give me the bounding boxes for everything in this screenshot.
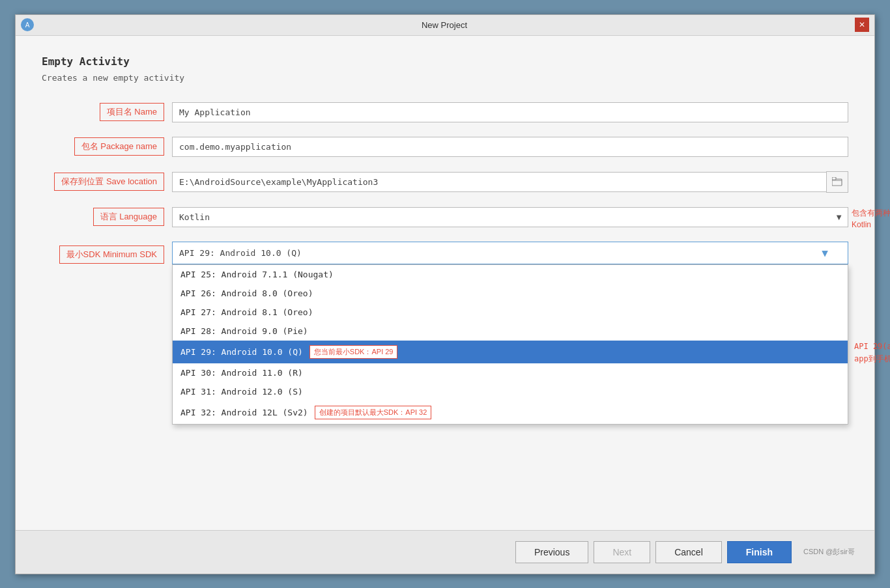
sdk-api32-tooltip: 创建的项目默认最大SDK：API 32: [315, 406, 432, 419]
sdk-selected-text: API 29: Android 10.0 (Q): [179, 248, 302, 258]
folder-icon: [832, 177, 842, 186]
sdk-api29-tooltip: 您当前最小SDK：API 29: [309, 345, 398, 359]
finish-button[interactable]: Finish: [727, 541, 792, 563]
package-input[interactable]: [172, 137, 848, 157]
sdk-bottom-note-text: API 29(android 10.0)~API 32(android 13.0…: [854, 342, 890, 363]
save-label-wrap: 保存到位置 Save location: [42, 173, 172, 191]
bottom-bar: Previous Next Cancel Finish CSDN @彭sir哥: [16, 530, 874, 574]
content-area: Empty Activity Creates a new empty activ…: [16, 36, 874, 530]
package-label-wrap: 包名 Package name: [42, 137, 172, 156]
language-label: 语言 Language: [93, 208, 164, 226]
sdk-label-wrap: 最小SDK Minimum SDK: [42, 245, 172, 264]
language-select[interactable]: Kotlin Java: [172, 207, 848, 227]
sdk-dropdown-arrow: ▼: [822, 247, 828, 259]
save-input-wrap: [172, 171, 848, 193]
name-label: 项目名 Name: [100, 103, 164, 121]
save-label: 保存到位置 Save location: [54, 173, 164, 191]
close-button[interactable]: ✕: [855, 18, 869, 32]
window-title: New Project: [34, 20, 855, 30]
cancel-button[interactable]: Cancel: [655, 541, 722, 563]
name-row: 项目名 Name: [42, 102, 848, 122]
sdk-dropdown-list: API 25: Android 7.1.1 (Nougat) API 26: A…: [172, 264, 848, 425]
name-label-wrap: 项目名 Name: [42, 103, 172, 121]
sdk-option-api25[interactable]: API 25: Android 7.1.1 (Nougat): [173, 265, 848, 284]
sdk-api32-tooltip-text: 创建的项目默认最大SDK：API 32: [319, 408, 427, 416]
titlebar: A New Project ✕: [16, 15, 874, 36]
name-input[interactable]: [172, 102, 848, 122]
save-input-group: [172, 171, 848, 193]
sdk-option-api32-text: API 32: Android 12L (Sv2): [180, 408, 308, 417]
sdk-option-api30[interactable]: API 30: Android 11.0 (R): [173, 363, 848, 382]
language-annotation: 包含有两种语言，Java与Kotlin: [852, 207, 890, 231]
package-input-wrap: [172, 137, 848, 157]
sdk-row: 最小SDK Minimum SDK API 29: Android 10.0 (…: [42, 242, 848, 264]
app-logo: A: [21, 18, 34, 31]
save-row: 保存到位置 Save location: [42, 171, 848, 193]
sdk-api29-tooltip-text: 您当前最小SDK：API 29: [314, 348, 394, 356]
sdk-bottom-annotation: API 29(android 10.0)~API 32(android 13.0…: [854, 341, 890, 365]
package-row: 包名 Package name: [42, 137, 848, 157]
section-title: Empty Activity: [42, 55, 848, 68]
language-row: 语言 Language Kotlin Java ▼ 包含有两种语言，Java与K…: [42, 207, 848, 227]
name-input-wrap: [172, 102, 848, 122]
sdk-option-api32[interactable]: API 32: Android 12L (Sv2) 创建的项目默认最大SDK：A…: [173, 401, 848, 424]
package-label: 包名 Package name: [74, 137, 164, 156]
save-input[interactable]: [172, 172, 827, 192]
section-subtitle: Creates a new empty activity: [42, 73, 848, 83]
language-note-text: 包含有两种语言，Java与Kotlin: [852, 208, 890, 229]
sdk-option-api29[interactable]: API 29: Android 10.0 (Q) 您当前最小SDK：API 29…: [173, 341, 848, 363]
sdk-option-api31[interactable]: API 31: Android 12.0 (S): [173, 382, 848, 401]
sdk-input-wrap: API 29: Android 10.0 (Q) ▼ API 25: Andro…: [172, 242, 848, 264]
sdk-option-api28[interactable]: API 28: Android 9.0 (Pie): [173, 322, 848, 341]
previous-button[interactable]: Previous: [515, 541, 588, 563]
sdk-option-api29-text: API 29: Android 10.0 (Q): [180, 347, 303, 357]
main-window: A New Project ✕ Empty Activity Creates a…: [15, 14, 875, 574]
folder-browse-button[interactable]: [826, 171, 848, 193]
sdk-label: 最小SDK Minimum SDK: [59, 245, 164, 264]
svg-rect-1: [832, 177, 836, 180]
sdk-option-api26[interactable]: API 26: Android 8.0 (Oreo): [173, 284, 848, 303]
sdk-option-api27[interactable]: API 27: Android 8.1 (Oreo): [173, 303, 848, 322]
language-select-wrap: Kotlin Java ▼: [172, 207, 848, 227]
language-label-wrap: 语言 Language: [42, 208, 172, 226]
sdk-select-field[interactable]: API 29: Android 10.0 (Q) ▼: [172, 242, 848, 264]
watermark-text: CSDN @彭sir哥: [803, 547, 855, 557]
logo-text: A: [25, 21, 30, 29]
next-button[interactable]: Next: [594, 541, 650, 563]
